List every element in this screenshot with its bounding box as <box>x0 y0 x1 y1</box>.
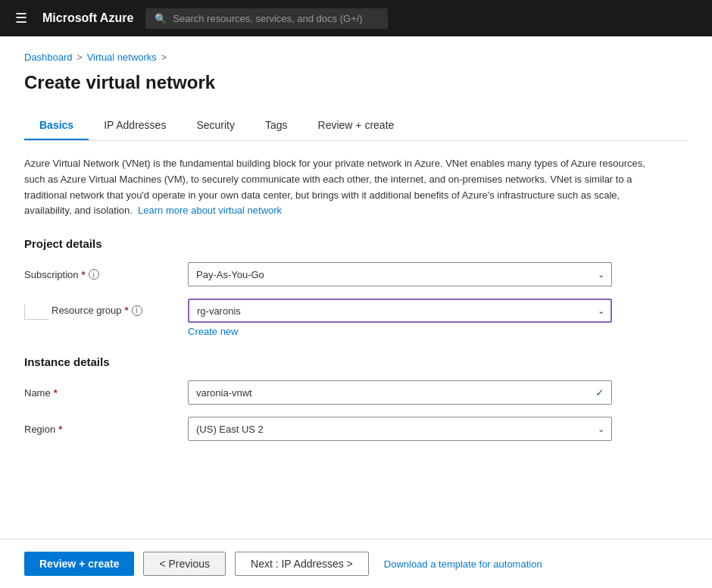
subscription-label: Subscription * i <box>24 269 176 280</box>
top-navigation: ☰ Microsoft Azure 🔍 <box>0 0 712 36</box>
instance-details-header: Instance details <box>24 355 688 368</box>
description-text: Azure Virtual Network (VNet) is the fund… <box>24 156 645 219</box>
resource-group-control: rg-varonis ⌄ Create new <box>188 299 612 337</box>
breadcrumb-sep-1: > <box>77 52 83 63</box>
region-row: Region * (US) East US 2 ⌄ <box>24 417 688 441</box>
instance-details-section: Instance details Name * ✓ Region * <box>24 355 688 441</box>
resource-group-label-area: Resource group * i <box>24 299 176 320</box>
footer: Review + create < Previous Next : IP Add… <box>0 539 712 588</box>
breadcrumb: Dashboard > Virtual networks > <box>24 52 688 63</box>
resource-group-info-icon[interactable]: i <box>132 305 142 316</box>
main-container: Dashboard > Virtual networks > Create vi… <box>0 36 712 588</box>
resource-group-select[interactable]: rg-varonis <box>188 299 612 323</box>
region-select[interactable]: (US) East US 2 <box>188 417 612 441</box>
subscription-info-icon[interactable]: i <box>89 269 99 280</box>
tab-security[interactable]: Security <box>181 111 250 140</box>
page-title: Create virtual network <box>24 72 688 93</box>
breadcrumb-sep-2: > <box>161 52 167 63</box>
breadcrumb-dashboard[interactable]: Dashboard <box>24 52 73 63</box>
resource-group-row: Resource group * i rg-varonis ⌄ Create n… <box>24 299 688 337</box>
name-input[interactable] <box>188 380 612 405</box>
subscription-row: Subscription * i Pay-As-You-Go ⌄ <box>24 262 688 286</box>
create-new-resource-group-link[interactable]: Create new <box>188 326 612 337</box>
tab-basics[interactable]: Basics <box>24 111 89 140</box>
name-valid-icon: ✓ <box>595 386 604 399</box>
region-label: Region * <box>24 424 176 435</box>
resource-group-select-wrapper: rg-varonis ⌄ <box>188 299 612 323</box>
resource-group-required: * <box>125 305 129 316</box>
learn-more-link[interactable]: Learn more about virtual network <box>138 205 282 216</box>
name-label: Name * <box>24 387 176 399</box>
breadcrumb-virtual-networks[interactable]: Virtual networks <box>87 52 157 63</box>
content-area: Dashboard > Virtual networks > Create vi… <box>0 36 712 539</box>
name-required: * <box>54 387 58 399</box>
resource-group-label: Resource group * i <box>52 305 203 316</box>
name-row: Name * ✓ <box>24 380 688 405</box>
search-bar[interactable]: 🔍 <box>145 8 388 29</box>
tab-tags[interactable]: Tags <box>250 111 303 140</box>
region-required: * <box>58 424 62 435</box>
search-input[interactable] <box>173 13 379 24</box>
name-control: ✓ <box>188 380 612 405</box>
subscription-select[interactable]: Pay-As-You-Go <box>188 262 612 286</box>
region-control: (US) East US 2 ⌄ <box>188 417 612 441</box>
project-details-section: Project details Subscription * i Pay-As-… <box>24 237 688 337</box>
previous-button[interactable]: < Previous <box>143 552 226 576</box>
tab-ip-addresses[interactable]: IP Addresses <box>89 111 181 140</box>
next-button[interactable]: Next : IP Addresses > <box>235 552 369 576</box>
hamburger-menu[interactable]: ☰ <box>12 7 30 30</box>
brand-logo: Microsoft Azure <box>42 11 133 25</box>
subscription-required: * <box>82 269 86 280</box>
search-icon: 🔍 <box>155 13 167 24</box>
tab-review-create[interactable]: Review + create <box>303 111 410 140</box>
subscription-control: Pay-As-You-Go ⌄ <box>188 262 612 286</box>
tabs-container: Basics IP Addresses Security Tags Review… <box>24 111 688 141</box>
project-details-header: Project details <box>24 237 688 250</box>
automation-template-link[interactable]: Download a template for automation <box>384 558 542 570</box>
review-create-button[interactable]: Review + create <box>24 552 134 576</box>
